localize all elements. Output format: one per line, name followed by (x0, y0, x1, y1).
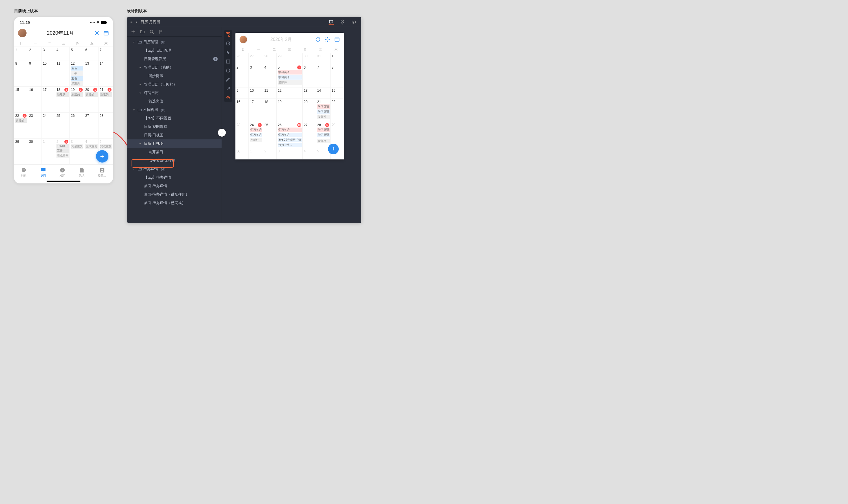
day-cell[interactable]: 27 (249, 53, 263, 64)
day-cell[interactable]: 2 (263, 148, 276, 159)
day-cell[interactable]: 13 (303, 88, 316, 99)
day-cell[interactable]: 25 (263, 122, 276, 148)
tree-row[interactable]: 点开某日-无数据 (127, 156, 222, 165)
day-cell[interactable]: 6 (84, 47, 99, 60)
tree-row[interactable]: 桌面-待办详情（已完成） (127, 199, 222, 207)
tree-row[interactable]: 桌面-待办详情（键盘弹起） (127, 190, 222, 199)
day-cell[interactable]: 14 (316, 88, 331, 99)
event-chip[interactable] (317, 138, 330, 138)
tree-row[interactable]: 日历-日视图 (127, 131, 222, 139)
event-chip[interactable]: 发邮件 (317, 139, 330, 143)
cursor-icon[interactable] (226, 50, 230, 55)
tree-row[interactable]: ▾管理日历（订阅的） (127, 80, 222, 89)
day-cell[interactable]: 28 (99, 113, 113, 139)
day-cell[interactable]: 15 (14, 87, 28, 113)
tab-compass[interactable]: 发现 (59, 167, 66, 178)
day-cell[interactable]: 8 (331, 64, 344, 88)
day-cell[interactable]: 17 (249, 99, 263, 122)
tree-row[interactable]: ▾日历管理(8) (127, 38, 222, 46)
tree-row[interactable]: ▾管理日历（我的） (127, 63, 222, 72)
tree-row[interactable]: 点开某日 (127, 148, 222, 156)
event-chip[interactable]: 新建的... (85, 92, 98, 97)
day-cell[interactable]: 26 (70, 113, 84, 139)
day-cell[interactable]: 29 (277, 53, 303, 64)
event-chip[interactable]: 学习英语 (278, 128, 302, 132)
event-chip[interactable]: 蓝色 (71, 76, 83, 81)
tree-row[interactable]: 【tag】待办详情 (127, 173, 222, 182)
tab-chat[interactable]: 消息 (21, 167, 27, 178)
day-cell[interactable]: 17 (42, 87, 55, 113)
day-cell[interactable]: 6 (303, 64, 316, 88)
add-event-fab[interactable]: + (96, 150, 108, 163)
menu-icon[interactable]: ≡ (130, 20, 133, 24)
day-cell[interactable]: 30 (28, 139, 41, 164)
day-cell[interactable]: 11 (55, 60, 70, 87)
tab-contacts[interactable]: 联系人 (98, 167, 106, 178)
target-icon[interactable] (226, 95, 230, 100)
day-cell[interactable]: 4 (303, 148, 316, 159)
tree-row[interactable]: 桌面-待办详情 (127, 182, 222, 190)
event-chip[interactable]: 一半 (71, 71, 83, 76)
day-cell[interactable]: 15 (331, 88, 344, 99)
event-chip[interactable]: 186183 (56, 144, 69, 148)
avatar[interactable] (240, 36, 247, 43)
today-icon[interactable] (334, 37, 340, 42)
event-chip[interactable]: 学习英语 (250, 128, 262, 132)
event-chip[interactable]: 发邮件 (317, 114, 330, 119)
day-cell[interactable]: 14 (99, 60, 113, 87)
settings-icon[interactable] (325, 37, 330, 42)
folder-icon[interactable] (140, 30, 144, 34)
tree-row[interactable]: 同步提示 (127, 72, 222, 80)
day-cell[interactable]: 2 (28, 47, 41, 60)
tree-row[interactable]: 筛选岗位 (127, 97, 222, 106)
event-chip[interactable]: 新建的... (100, 92, 112, 97)
day-cell[interactable]: 1 (249, 148, 263, 159)
event-chip[interactable]: 完成重复 (85, 144, 98, 149)
day-cell[interactable]: 5 (70, 47, 84, 60)
tree-row[interactable]: 【tag】日历管理 (127, 46, 222, 55)
event-chip[interactable]: 学习英语 (278, 75, 302, 79)
event-chip[interactable]: 学习英语 (317, 128, 330, 132)
settings-icon[interactable] (94, 30, 100, 36)
day-cell[interactable]: 4 (55, 47, 70, 60)
comment-icon[interactable] (329, 19, 334, 24)
day-cell[interactable]: 16 (28, 87, 41, 113)
event-chip[interactable]: 学习英语 (278, 70, 302, 74)
flag-icon[interactable] (159, 30, 163, 34)
avatar[interactable] (18, 29, 26, 37)
day-cell[interactable]: 1 (331, 53, 344, 64)
event-chip[interactable]: 完成重复 (100, 144, 112, 149)
event-chip[interactable]: 最重要 (71, 81, 83, 86)
day-cell[interactable]: 1 (42, 139, 55, 164)
day-cell[interactable]: 8 (14, 60, 28, 87)
day-cell[interactable]: 30 (303, 53, 316, 64)
day-cell[interactable]: 29 (14, 139, 28, 164)
day-cell[interactable]: 26 (235, 53, 249, 64)
day-cell[interactable]: 11 (263, 88, 276, 99)
tree-row[interactable]: ▾不同视图(6) (127, 106, 222, 114)
day-cell[interactable]: 1 (14, 47, 28, 60)
day-cell[interactable]: 191新建的... (70, 87, 84, 113)
day-cell[interactable]: 31 (316, 53, 331, 64)
tree-row[interactable]: ▾订阅日历 (127, 89, 222, 97)
event-chip[interactable]: 学习英语 (278, 133, 302, 137)
day-cell[interactable]: 27 (84, 113, 99, 139)
day-cell[interactable]: 4完成重复 (84, 139, 99, 164)
day-cell[interactable]: 221新建的... (14, 113, 28, 139)
day-cell[interactable]: 3完成重复 (70, 139, 84, 164)
event-chip[interactable]: 打扫卫生... (278, 143, 302, 147)
day-cell[interactable]: 10 (249, 88, 263, 99)
day-cell[interactable]: 5·学习英语学习英语发邮件 (277, 64, 303, 88)
day-cell[interactable]: 23 (235, 122, 249, 148)
day-cell[interactable]: 30 (235, 148, 249, 159)
day-cell[interactable]: 2610学习英语学习英语准备29号项目汇演打扫卫生... (277, 122, 303, 148)
event-chip[interactable]: 新建的... (15, 118, 27, 123)
day-cell[interactable]: 25 (55, 113, 70, 139)
day-cell[interactable]: 211新建的... (99, 87, 113, 113)
square-icon[interactable] (226, 59, 230, 64)
event-chip[interactable]: 发邮件 (250, 138, 262, 142)
day-cell[interactable]: 201新建的... (84, 87, 99, 113)
day-cell[interactable]: 19 (277, 99, 303, 122)
day-cell[interactable]: 10 (42, 60, 55, 87)
day-cell[interactable]: 13 (84, 60, 99, 87)
